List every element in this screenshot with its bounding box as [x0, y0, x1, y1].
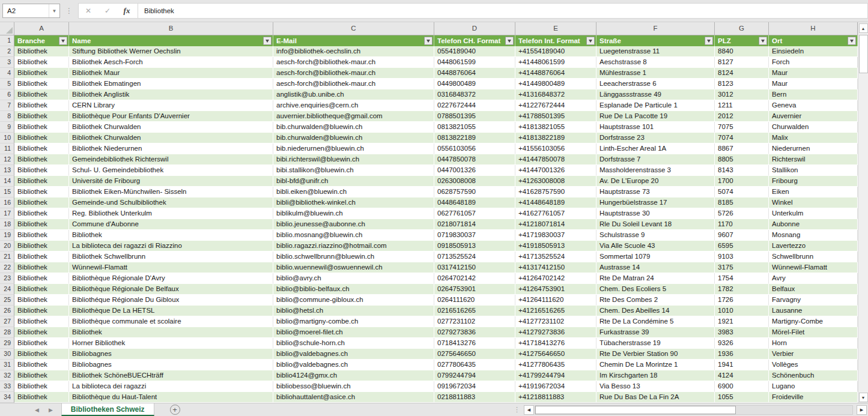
cell[interactable]: auvernier.bibliotheque@gmail.com	[273, 111, 434, 122]
filter-button[interactable]	[705, 37, 713, 45]
cell[interactable]: Sommertal 1079	[596, 252, 715, 262]
cell[interactable]: Bibliothek Schwellbrunn	[69, 252, 273, 262]
cell[interactable]: Av. De L'Europe 20	[596, 176, 715, 187]
cell[interactable]: 0448061599	[434, 57, 515, 68]
row-header[interactable]: 31	[0, 360, 14, 370]
horizontal-scrollbar-track[interactable]	[535, 405, 853, 415]
cell[interactable]: aesch-forch@bibliothek-maur.ch	[273, 68, 434, 79]
cell[interactable]: Geneva	[769, 100, 858, 111]
cell[interactable]: 0264111620	[434, 295, 515, 306]
filter-button[interactable]	[424, 37, 432, 45]
column-letter-e[interactable]: E	[515, 22, 596, 35]
cell[interactable]: aesch-forch@bibliothek-maur.ch	[273, 79, 434, 89]
cell[interactable]: Lugano	[769, 381, 858, 392]
cell[interactable]: biblio.mosnang@bluewin.ch	[273, 230, 434, 241]
horizontal-scrollbar-thumb[interactable]	[535, 406, 736, 414]
row-header[interactable]: 32	[0, 370, 14, 381]
cell[interactable]: +41449800489	[515, 79, 596, 89]
cell[interactable]: Winkel	[769, 197, 858, 208]
cell[interactable]: +41447850078	[515, 154, 596, 165]
filter-button[interactable]	[59, 37, 67, 45]
cell[interactable]: 0448876064	[434, 68, 515, 79]
cell[interactable]: Bern	[769, 89, 858, 100]
cell[interactable]: 0627761057	[434, 208, 515, 219]
cell[interactable]: Aubonne	[769, 219, 858, 230]
cell[interactable]: Leeacherstrasse 6	[596, 79, 715, 89]
column-header-strasse[interactable]: Straße	[596, 35, 715, 46]
row-header[interactable]: 3	[0, 57, 14, 68]
cell[interactable]: +41216516265	[515, 306, 596, 316]
cell[interactable]: Austrasse 14	[596, 262, 715, 273]
cell[interactable]: +41263008008	[515, 176, 596, 187]
cell[interactable]: 0448648189	[434, 197, 515, 208]
scroll-left-icon[interactable]: ◀	[524, 405, 534, 415]
row-header[interactable]: 4	[0, 68, 14, 79]
cell[interactable]: Wünnewil-Flamatt	[769, 262, 858, 273]
cell[interactable]: Bibliothek	[14, 360, 69, 370]
cell[interactable]: 0279273836	[434, 327, 515, 338]
cell[interactable]: Martigny-Combe	[769, 316, 858, 327]
cell[interactable]: 8124	[715, 68, 769, 79]
cell[interactable]: biblio@avry.ch	[273, 273, 434, 284]
cell[interactable]: +41316848372	[515, 89, 596, 100]
row-header[interactable]: 26	[0, 306, 14, 316]
cell[interactable]: 0447001326	[434, 165, 515, 176]
cell[interactable]: +41719830037	[515, 230, 596, 241]
cell[interactable]: Bibliothek	[14, 154, 69, 165]
cell[interactable]: bib.niederurnen@bluewin.ch	[273, 143, 434, 154]
cell[interactable]: 0799244794	[434, 370, 515, 381]
cell[interactable]: Bibliothek	[14, 284, 69, 295]
column-letter-c[interactable]: C	[273, 22, 434, 35]
cell[interactable]: +41813821055	[515, 122, 596, 133]
cell[interactable]: Bibliothek	[14, 306, 69, 316]
cell[interactable]: bibliobesso@bluewin.ch	[273, 381, 434, 392]
cell[interactable]: 4124	[715, 370, 769, 381]
cell[interactable]: Bibliothek	[14, 165, 69, 176]
cell[interactable]: +41218071814	[515, 219, 596, 230]
cell[interactable]: Schulstrasse 9	[596, 230, 715, 241]
cell[interactable]: Bibliothèque Régionale De Belfaux	[69, 284, 273, 295]
cell[interactable]: Bibliothek Anglistik	[69, 89, 273, 100]
row-header[interactable]: 28	[0, 327, 14, 338]
cell[interactable]: 0447850078	[434, 154, 515, 165]
cell[interactable]: biblio.jeunesse@aubonne.ch	[273, 219, 434, 230]
cell[interactable]: Via Besso 13	[596, 381, 715, 392]
cell[interactable]: +41218811883	[515, 392, 596, 403]
column-header-ort[interactable]: Ort	[769, 35, 858, 46]
row-header[interactable]: 33	[0, 381, 14, 392]
cell[interactable]: Bibliothek	[14, 295, 69, 306]
cell[interactable]: Länggassstrasse 49	[596, 89, 715, 100]
cell[interactable]: +41628757590	[515, 187, 596, 197]
cell[interactable]: bib.churwalden@bluewin.ch	[273, 133, 434, 143]
scroll-right-icon[interactable]: ▶	[857, 405, 867, 415]
filter-button[interactable]	[505, 37, 514, 45]
cell[interactable]: Chem. Des Abeilles 14	[596, 306, 715, 316]
cell[interactable]: 1010	[715, 306, 769, 316]
cell[interactable]: 6595	[715, 241, 769, 252]
cell[interactable]: Churwalden	[769, 122, 858, 133]
cell[interactable]: 9326	[715, 338, 769, 349]
column-letter-g[interactable]: G	[715, 22, 769, 35]
cell[interactable]: 1055	[715, 392, 769, 403]
cell[interactable]: Aeschstrasse 8	[596, 57, 715, 68]
cell[interactable]: 9607	[715, 230, 769, 241]
cell[interactable]: Bibliothek	[14, 176, 69, 187]
cell[interactable]: 3012	[715, 89, 769, 100]
cell[interactable]: Bibliothek	[14, 316, 69, 327]
column-letter-b[interactable]: B	[69, 22, 273, 35]
cell[interactable]: +41275646650	[515, 349, 596, 360]
column-header-telefon-ch[interactable]: Telefon CH. Format	[434, 35, 515, 46]
cell[interactable]: Horner Bibliothek	[69, 338, 273, 349]
cell[interactable]: Rue De La Pacotte 19	[596, 111, 715, 122]
cell[interactable]: Bibliothek	[14, 327, 69, 338]
cell[interactable]: 8867	[715, 143, 769, 154]
cell[interactable]: +41227672444	[515, 100, 596, 111]
cell[interactable]: 0218811883	[434, 392, 515, 403]
cell[interactable]: biblio@valdebagnes.ch	[273, 349, 434, 360]
cell[interactable]: Rte Des Combes 2	[596, 295, 715, 306]
cell[interactable]: 1170	[715, 219, 769, 230]
cell[interactable]: 8840	[715, 46, 769, 57]
filter-button[interactable]	[586, 37, 595, 45]
cell[interactable]: Stiftung Bibliothek Werner Oechslin	[69, 46, 273, 57]
column-header-plz[interactable]: PLZ	[715, 35, 769, 46]
